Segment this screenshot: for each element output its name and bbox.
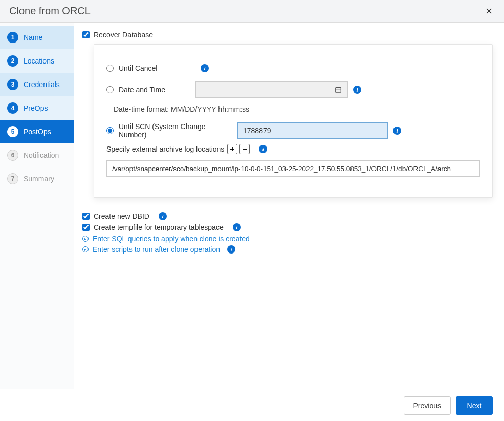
sidebar-item-name[interactable]: 1 Name bbox=[0, 26, 74, 49]
sidebar-item-preops[interactable]: 4 PreOps bbox=[0, 96, 74, 120]
wizard-sidebar: 1 Name 2 Locations 3 Credentials 4 PreOp… bbox=[0, 23, 74, 389]
sidebar-item-summary: 7 Summary bbox=[0, 167, 74, 191]
recover-database-checkbox[interactable] bbox=[82, 31, 90, 38]
scn-input[interactable] bbox=[237, 122, 388, 139]
enter-sql-label: Enter SQL queries to apply when clone is… bbox=[93, 235, 250, 243]
until-cancel-radio[interactable] bbox=[106, 65, 114, 72]
create-tempfile-label: Create tempfile for temporary tablespace bbox=[94, 223, 224, 231]
calendar-icon[interactable] bbox=[328, 81, 348, 98]
previous-button[interactable]: Previous bbox=[404, 396, 451, 415]
modal-footer: Previous Next bbox=[0, 390, 504, 421]
modal-body: 1 Name 2 Locations 3 Credentials 4 PreOp… bbox=[0, 23, 504, 389]
recovery-panel: Until Cancel i Date and Time i Date-time… bbox=[94, 44, 493, 198]
date-time-row: Date and Time i bbox=[106, 81, 480, 98]
enter-scripts-expand[interactable]: ▸ Enter scripts to run after clone opera… bbox=[82, 245, 493, 254]
info-icon[interactable]: i bbox=[159, 212, 167, 220]
step-number: 7 bbox=[7, 173, 18, 184]
sidebar-item-label: Name bbox=[24, 33, 42, 41]
step-number: 3 bbox=[7, 79, 18, 90]
date-time-format-help: Date-time format: MM/DD/YYYY hh:mm:ss bbox=[114, 103, 480, 117]
chevron-right-icon: ▸ bbox=[82, 236, 89, 242]
create-tempfile-checkbox[interactable] bbox=[82, 224, 90, 231]
date-time-radio[interactable] bbox=[106, 86, 114, 93]
info-icon[interactable]: i bbox=[393, 127, 401, 135]
step-number: 1 bbox=[7, 32, 18, 43]
sidebar-item-label: PreOps bbox=[24, 104, 48, 112]
sidebar-item-label: Credentials bbox=[24, 80, 60, 89]
sidebar-item-credentials[interactable]: 3 Credentials bbox=[0, 73, 74, 96]
archive-locations-label: Specify external archive log locations bbox=[106, 145, 224, 153]
step-number: 4 bbox=[7, 102, 18, 114]
info-icon[interactable]: i bbox=[259, 145, 267, 153]
info-icon[interactable]: i bbox=[353, 86, 361, 94]
create-dbid-row: Create new DBID i bbox=[82, 212, 493, 220]
wizard-content: Recover Database Until Cancel i Date and… bbox=[74, 23, 504, 389]
until-cancel-row: Until Cancel i bbox=[106, 60, 480, 76]
remove-location-icon[interactable] bbox=[239, 144, 250, 154]
next-button[interactable]: Next bbox=[456, 396, 493, 415]
sidebar-item-label: Summary bbox=[24, 175, 54, 183]
modal-title: Clone from ORCL bbox=[9, 5, 91, 17]
enter-sql-expand[interactable]: ▸ Enter SQL queries to apply when clone … bbox=[82, 235, 493, 243]
recover-database-label: Recover Database bbox=[94, 31, 153, 39]
info-icon[interactable]: i bbox=[233, 223, 241, 231]
date-time-input[interactable] bbox=[195, 81, 328, 98]
step-number: 6 bbox=[7, 150, 18, 161]
svg-rect-0 bbox=[335, 88, 341, 93]
modal-header: Clone from ORCL ✕ bbox=[0, 0, 504, 23]
create-dbid-checkbox[interactable] bbox=[82, 213, 90, 220]
date-time-label: Date and Time bbox=[119, 86, 195, 94]
sidebar-item-label: Notification bbox=[24, 151, 59, 159]
create-tempfile-row: Create tempfile for temporary tablespace… bbox=[82, 223, 493, 231]
sidebar-item-locations[interactable]: 2 Locations bbox=[0, 49, 74, 73]
recover-database-row: Recover Database bbox=[82, 31, 493, 39]
sidebar-item-label: Locations bbox=[24, 57, 54, 65]
chevron-right-icon: ▸ bbox=[82, 246, 89, 252]
close-icon[interactable]: ✕ bbox=[483, 6, 495, 17]
archive-locations-row: Specify external archive log locations i bbox=[106, 144, 480, 154]
until-scn-row: Until SCN (System Change Number) i bbox=[106, 122, 480, 139]
until-scn-label: Until SCN (System Change Number) bbox=[119, 122, 231, 139]
clone-wizard-modal: Clone from ORCL ✕ 1 Name 2 Locations 3 C… bbox=[0, 0, 504, 421]
info-icon[interactable]: i bbox=[201, 64, 209, 72]
sidebar-item-notification: 6 Notification bbox=[0, 143, 74, 167]
sidebar-item-postops[interactable]: 5 PostOps bbox=[0, 120, 74, 143]
archive-path-input[interactable] bbox=[106, 160, 480, 177]
sidebar-item-label: PostOps bbox=[24, 128, 51, 136]
until-cancel-label: Until Cancel bbox=[119, 64, 195, 72]
step-number: 2 bbox=[7, 55, 18, 67]
enter-scripts-label: Enter scripts to run after clone operati… bbox=[93, 245, 220, 254]
info-icon[interactable]: i bbox=[227, 245, 235, 254]
add-location-icon[interactable] bbox=[227, 144, 237, 154]
until-scn-radio[interactable] bbox=[106, 127, 114, 134]
create-dbid-label: Create new DBID bbox=[94, 212, 149, 220]
step-number: 5 bbox=[7, 126, 18, 137]
